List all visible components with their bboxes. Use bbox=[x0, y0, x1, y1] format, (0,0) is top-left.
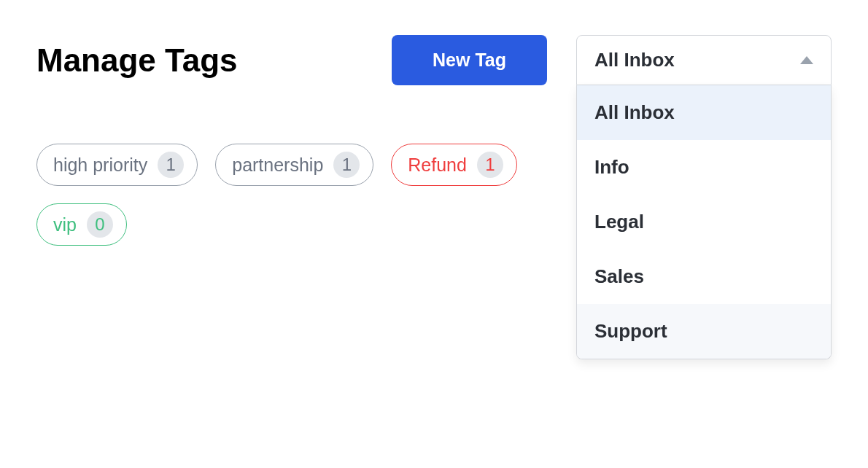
dropdown-item[interactable]: All Inbox bbox=[577, 85, 831, 140]
page-title: Manage Tags bbox=[36, 42, 237, 79]
new-tag-button[interactable]: New Tag bbox=[392, 35, 547, 85]
tag-pill[interactable]: Refund1 bbox=[391, 144, 517, 186]
dropdown-item[interactable]: Support bbox=[577, 304, 831, 359]
inbox-dropdown-menu: All InboxInfoLegalSalesSupport bbox=[576, 85, 832, 359]
tag-pill[interactable]: high priority1 bbox=[36, 144, 198, 186]
tag-count: 1 bbox=[477, 152, 503, 178]
dropdown-item[interactable]: Legal bbox=[577, 195, 831, 249]
tag-pill[interactable]: partnership1 bbox=[215, 144, 373, 186]
tag-label: Refund bbox=[408, 155, 467, 176]
inbox-dropdown-toggle[interactable]: All Inbox bbox=[576, 35, 832, 85]
inbox-dropdown-selected: All Inbox bbox=[594, 49, 675, 71]
tag-count: 0 bbox=[87, 211, 113, 238]
tag-count: 1 bbox=[158, 152, 184, 178]
chevron-up-icon bbox=[800, 56, 813, 64]
tag-label: partnership bbox=[232, 155, 323, 176]
dropdown-item[interactable]: Sales bbox=[577, 249, 831, 304]
tag-pill[interactable]: vip0 bbox=[36, 203, 127, 246]
header: Manage Tags New Tag All Inbox All InboxI… bbox=[0, 0, 868, 85]
inbox-dropdown: All Inbox All InboxInfoLegalSalesSupport bbox=[576, 35, 832, 85]
tags-area: high priority1partnership1Refund1vip0 bbox=[0, 85, 598, 246]
tag-label: high priority bbox=[53, 155, 147, 176]
dropdown-item[interactable]: Info bbox=[577, 140, 831, 195]
tag-label: vip bbox=[53, 214, 77, 235]
tag-count: 1 bbox=[333, 152, 360, 178]
